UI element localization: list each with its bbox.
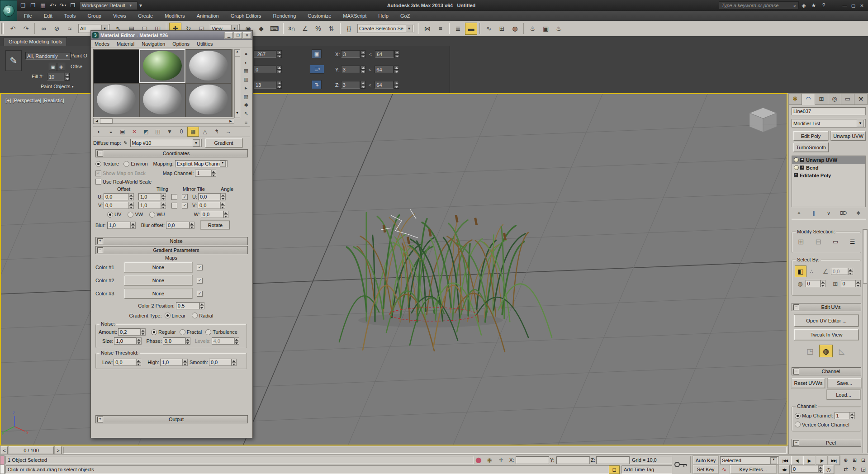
go-forward-to-sibling-icon[interactable]: → [223, 127, 234, 137]
menu-views[interactable]: Views [107, 11, 132, 21]
menu-file[interactable]: File [18, 11, 38, 21]
load-uvs-button[interactable]: Load... [827, 390, 860, 400]
open-file-icon[interactable]: ❐ [28, 1, 38, 9]
z-coord-field[interactable] [596, 456, 630, 464]
expand-modifier-icon[interactable]: + [794, 173, 798, 177]
play-button[interactable]: ▶ [803, 456, 816, 465]
spin-down[interactable] [65, 77, 70, 81]
configure-modifier-sets-icon[interactable]: ❖ [854, 209, 863, 217]
time-slider-track[interactable] [63, 447, 787, 454]
peel-rollout-header[interactable]: −Peel [792, 439, 861, 447]
snap-toggle-icon[interactable]: 3∩ [286, 23, 298, 35]
point-to-point-selection-icon[interactable]: ∴ [806, 268, 816, 275]
color3-map-button[interactable]: None [124, 289, 192, 299]
put-to-library-icon[interactable]: ▼ [164, 127, 175, 137]
tile-v-checkbox[interactable]: ✓ [182, 203, 188, 209]
fractal-radio[interactable] [180, 329, 185, 335]
maxscript-mini-listener[interactable] [0, 465, 5, 474]
object-name-field[interactable]: Line037 [792, 107, 866, 115]
tab-motion[interactable]: ◎ [828, 93, 841, 105]
material-map-navigator-icon[interactable]: ≡ [242, 118, 251, 127]
sample-slot-2-selected[interactable] [139, 49, 185, 83]
video-color-check-icon[interactable]: ▸ [242, 84, 251, 92]
regular-radio[interactable] [151, 329, 157, 335]
menu-group[interactable]: Group [81, 11, 107, 21]
show-map-in-viewport-icon[interactable]: ▩ [187, 127, 199, 137]
menu-graph-editors[interactable]: Graph Editors [225, 11, 267, 21]
pan-view-icon[interactable]: ⇄ [841, 465, 850, 473]
x-random-max[interactable]: 64 [375, 50, 394, 58]
texture-radio[interactable] [95, 161, 101, 167]
schematic-view-icon[interactable]: ⊞ [496, 23, 508, 35]
slots-vertical-scrollbar[interactable]: ▲ ▼ [234, 49, 240, 118]
edit-poly-button[interactable]: Edit Poly [793, 131, 828, 141]
project-folder-icon[interactable]: ❒ [68, 1, 78, 9]
menu-modifiers[interactable]: Modifiers [159, 11, 191, 21]
x-coord-field[interactable] [516, 456, 549, 464]
color2-position-field[interactable]: 0,5 [176, 302, 199, 309]
cp-map-channel-field[interactable]: 1 [835, 412, 850, 419]
color1-map-button[interactable]: None [124, 262, 192, 272]
tiling-v-field[interactable]: 1,0 [138, 202, 161, 209]
select-by-material-icon[interactable]: ↖ [242, 109, 251, 118]
sample-uv-tiling-icon[interactable]: ▥ [242, 75, 251, 84]
selection-lock-icon[interactable]: ◉ [485, 456, 494, 464]
angle-u-field[interactable]: 0,0 [198, 193, 221, 200]
fill-count-spinner[interactable]: 10 [47, 73, 70, 81]
edit-uvs-rollout-header[interactable]: −Edit UVs [792, 303, 861, 311]
menu-edit[interactable]: Edit [38, 11, 58, 21]
tiling-u-field[interactable]: 1,0 [138, 193, 161, 200]
orbit-icon[interactable]: ↻ [850, 465, 859, 473]
show-end-result-icon[interactable]: △ [199, 127, 211, 137]
tile-u-checkbox[interactable]: ✓ [182, 194, 188, 200]
background-icon[interactable]: ▦ [242, 66, 251, 75]
tweak-in-view-button[interactable]: Tweak In View [794, 329, 859, 340]
save-file-icon[interactable]: ▦ [38, 1, 48, 9]
quick-access-overflow-icon[interactable]: ▾ [138, 1, 144, 9]
unlink-selection-icon[interactable]: ⊘ [51, 23, 63, 35]
modifier-list-dropdown[interactable]: Modifier List ▼ [792, 119, 866, 128]
application-menu-button[interactable]: Ɜ [0, 0, 17, 22]
turbosmooth-button[interactable]: TurboSmooth [793, 142, 829, 152]
angle-threshold-field[interactable]: 0,0 [831, 268, 848, 275]
align-icon[interactable]: ≡ [434, 23, 446, 35]
color3-map-enable-checkbox[interactable]: ✓ [197, 291, 203, 297]
favorites-icon[interactable]: ★ [809, 1, 819, 9]
sample-slot-6[interactable] [185, 83, 232, 117]
expand-modifier-icon[interactable]: + [800, 158, 804, 162]
make-preview-icon[interactable]: ▧ [242, 92, 251, 101]
set-key-button[interactable]: Set Key [693, 465, 718, 474]
maximize-viewport-toggle-icon[interactable]: ◲ [859, 465, 868, 473]
zoom-all-icon[interactable]: ⊞ [850, 456, 859, 464]
default-in-out-tangents-icon[interactable]: ∿ [720, 465, 728, 473]
wu-radio[interactable] [149, 212, 155, 218]
angle-snap-icon[interactable]: ∠ [299, 23, 311, 35]
radial-radio[interactable] [192, 313, 198, 318]
color2-map-button[interactable]: None [124, 275, 192, 285]
next-frame-button[interactable]: ||▶ [816, 456, 828, 465]
randomize-rotation-icon[interactable]: ≣▾ [310, 65, 324, 74]
menu-maxscript[interactable]: MAXScript [337, 11, 372, 21]
show-map-on-back-checkbox[interactable]: ✓ [95, 171, 101, 176]
menu-customize[interactable]: Customize [302, 11, 337, 21]
stack-item-editable-poly[interactable]: +Editable Poly [792, 171, 865, 179]
menu-tools[interactable]: Tools [58, 11, 82, 21]
select-by-smoothing-group-icon[interactable]: ◍ [795, 280, 806, 287]
noise-rollout-header[interactable]: +Noise [95, 237, 248, 245]
noise-amount-field[interactable]: 0,2 [118, 328, 141, 336]
undo-scene-icon[interactable]: ↶ [7, 23, 19, 35]
gradient-parameters-rollout-header[interactable]: −Gradient Parameters [95, 246, 248, 254]
me-menu-material[interactable]: Material [113, 41, 138, 47]
undo-icon[interactable]: ↶▾ [48, 1, 58, 9]
pin-stack-icon[interactable]: ⌖ [794, 209, 804, 217]
zoom-icon[interactable]: ⊕ [841, 456, 850, 464]
reset-uvws-button[interactable]: Reset UVWs [792, 378, 825, 388]
go-to-parent-icon[interactable]: ↰ [211, 127, 223, 137]
offset-v-field[interactable]: 0,0 [104, 202, 129, 209]
minimize-button[interactable]: — [840, 2, 849, 9]
threshold-high-field[interactable]: 1,0 [160, 359, 183, 366]
select-by-element-icon[interactable]: ◧ [795, 265, 806, 277]
workspace-dropdown[interactable]: Workspace: Default▼ [80, 1, 138, 10]
rotate-button[interactable]: Rotate [201, 221, 230, 229]
turbulence-radio[interactable] [205, 329, 211, 335]
